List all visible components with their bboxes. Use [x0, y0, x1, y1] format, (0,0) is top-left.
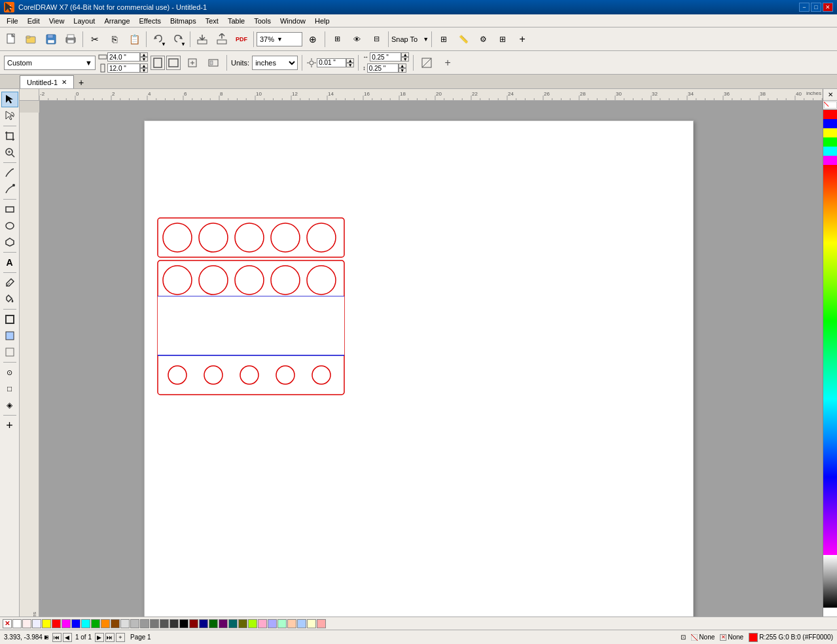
select-tool[interactable]: [1, 92, 18, 107]
cbar-orange[interactable]: [101, 619, 110, 628]
minimize-button[interactable]: −: [799, 3, 810, 12]
export-button[interactable]: [213, 30, 231, 48]
zoom-in-button[interactable]: ⊕: [304, 30, 322, 48]
transparency-tool[interactable]: [1, 344, 18, 360]
dup-x-input[interactable]: [370, 52, 401, 62]
cbar-mint[interactable]: [277, 619, 287, 628]
close-button[interactable]: ✕: [823, 3, 833, 12]
coords-unit-toggle[interactable]: ▶: [45, 635, 48, 639]
cbar-darkblue[interactable]: [199, 619, 208, 628]
dup-x-down[interactable]: ▼: [401, 57, 409, 62]
zoom-dropdown[interactable]: 37% ▼: [257, 32, 302, 46]
print-button[interactable]: [62, 30, 80, 48]
cbar-gray1[interactable]: [120, 619, 130, 628]
cbar-purple[interactable]: [219, 619, 228, 628]
dup-y-up[interactable]: ▲: [399, 63, 406, 68]
color-yellow[interactable]: [823, 128, 837, 137]
options-button[interactable]: ⚙: [474, 30, 492, 48]
page-size-dropdown[interactable]: Custom ▼: [4, 56, 96, 70]
menu-edit[interactable]: Edit: [24, 16, 44, 26]
menu-file[interactable]: File: [3, 16, 22, 26]
view-full-button[interactable]: ⊞: [328, 30, 346, 48]
align-button[interactable]: ⊞: [493, 30, 512, 48]
nudge-up-button[interactable]: ▲: [346, 58, 354, 63]
page-view-btn1[interactable]: [183, 54, 202, 72]
cut-button[interactable]: ✂: [86, 30, 104, 48]
new-button[interactable]: [3, 30, 21, 48]
add-plus-button[interactable]: +: [513, 30, 531, 48]
menu-arrange[interactable]: Arrange: [100, 16, 134, 26]
save-button[interactable]: [42, 30, 60, 48]
color-bar-none[interactable]: ✕: [3, 619, 12, 628]
height-up-button[interactable]: ▲: [140, 63, 148, 68]
pdf-button[interactable]: PDF: [232, 30, 251, 48]
cbar-green[interactable]: [91, 619, 100, 628]
color-red[interactable]: [823, 110, 837, 119]
tab-close-button[interactable]: ✕: [62, 79, 67, 86]
envelope-tool[interactable]: +: [1, 418, 18, 433]
color-blue[interactable]: [823, 119, 837, 128]
page-width-input[interactable]: [107, 52, 140, 62]
outline-tool[interactable]: [1, 312, 18, 327]
cbar-sky[interactable]: [297, 619, 306, 628]
page-height-input[interactable]: [107, 63, 140, 73]
color-magenta[interactable]: [823, 156, 837, 165]
open-button[interactable]: [22, 30, 41, 48]
cbar-gray5[interactable]: [160, 619, 169, 628]
cbar-red[interactable]: [52, 619, 61, 628]
cbar-magenta[interactable]: [62, 619, 71, 628]
connector-tool[interactable]: ⊙: [1, 365, 18, 380]
menu-table[interactable]: Table: [224, 16, 249, 26]
next-page-button[interactable]: ▶: [95, 633, 104, 642]
cbar-blue[interactable]: [71, 619, 80, 628]
cbar-darkred[interactable]: [189, 619, 198, 628]
cbar-teal[interactable]: [228, 619, 238, 628]
cbar-cyan[interactable]: [81, 619, 90, 628]
menu-help[interactable]: Help: [311, 16, 334, 26]
cbar-brown[interactable]: [111, 619, 120, 628]
menu-bitmaps[interactable]: Bitmaps: [166, 16, 200, 26]
rectangle-tool[interactable]: [1, 202, 18, 217]
cbar-darkgreen[interactable]: [209, 619, 218, 628]
dup-y-input[interactable]: [367, 63, 399, 73]
first-page-button[interactable]: ⏮: [52, 633, 62, 642]
menu-layout[interactable]: Layout: [69, 16, 99, 26]
cbar-lavender[interactable]: [268, 619, 277, 628]
fill-tool[interactable]: [1, 328, 18, 344]
nudge-input[interactable]: [317, 58, 346, 67]
polygon-tool[interactable]: [1, 234, 18, 250]
ellipse-tool[interactable]: [1, 218, 18, 234]
freehand-pick-tool[interactable]: [1, 108, 18, 124]
menu-effects[interactable]: Effects: [135, 16, 165, 26]
cbar-lime[interactable]: [248, 619, 257, 628]
cbar-olive[interactable]: [238, 619, 247, 628]
menu-window[interactable]: Window: [276, 16, 310, 26]
cbar-black[interactable]: [179, 619, 188, 628]
crop-tool[interactable]: [1, 128, 18, 144]
units-select[interactable]: inches mm cm pixels points picas: [252, 56, 298, 70]
text-tool[interactable]: A: [1, 255, 18, 270]
last-page-button[interactable]: ⏭: [105, 633, 115, 642]
prev-page-button[interactable]: ◀: [63, 633, 72, 642]
canvas-scroll[interactable]: [39, 101, 823, 617]
width-up-button[interactable]: ▲: [140, 52, 148, 57]
cbar-light2[interactable]: [32, 619, 41, 628]
new-tab-button[interactable]: +: [75, 77, 87, 88]
paste-button[interactable]: 📋: [125, 30, 143, 48]
cbar-pink[interactable]: [258, 619, 267, 628]
palette-close-button[interactable]: ✕: [823, 89, 837, 101]
dup-x-up[interactable]: ▲: [401, 52, 409, 57]
copy-button[interactable]: ⎘: [105, 30, 124, 48]
undo-button[interactable]: ▼: [149, 30, 168, 48]
cbar-gray2[interactable]: [130, 619, 139, 628]
color-cyan[interactable]: [823, 147, 837, 156]
color-none[interactable]: [823, 101, 837, 110]
menu-text[interactable]: Text: [202, 16, 223, 26]
view-mode-button[interactable]: ⊟: [367, 30, 385, 48]
cbar-peach[interactable]: [287, 619, 296, 628]
cbar-ivory[interactable]: [307, 619, 316, 628]
redo-button[interactable]: ▼: [169, 30, 187, 48]
smart-draw-tool[interactable]: [1, 181, 18, 197]
import-button[interactable]: [193, 30, 211, 48]
add-page-nav-button[interactable]: +: [116, 633, 125, 642]
